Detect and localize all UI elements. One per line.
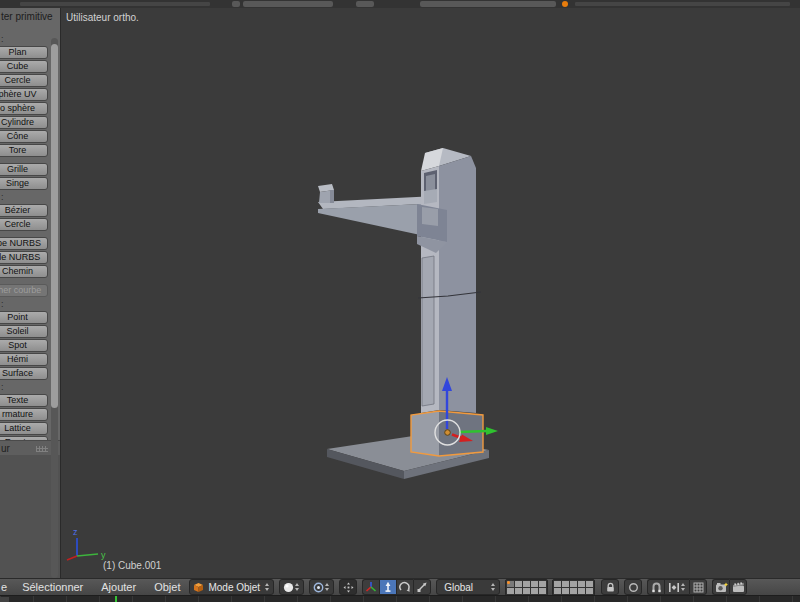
shelf-button[interactable]: Tore [0, 144, 48, 157]
scale-manipulator-button[interactable] [413, 579, 431, 595]
view-name-label: Utilisateur ortho. [66, 12, 139, 23]
shelf-button[interactable]: Plan [0, 46, 48, 59]
layer-toggle[interactable] [507, 588, 514, 594]
render-anim-icon [732, 582, 745, 593]
snap-toggle-button[interactable] [647, 579, 664, 595]
layer-toggle[interactable] [515, 588, 522, 594]
orientation-selector[interactable]: Global [436, 579, 500, 595]
tool-shelf: ter primitive :PlanCubeCerclephère UVo s… [0, 8, 61, 578]
lock-to-scene-button[interactable] [601, 579, 619, 595]
3d-viewport[interactable]: Utilisateur ortho. (1) Cube.001 [61, 8, 800, 578]
clipped-small-buttons[interactable] [356, 1, 374, 7]
layer-toggle[interactable] [523, 588, 530, 594]
shelf-scrollbar-thumb[interactable] [51, 44, 58, 408]
translate-manipulator-button[interactable] [379, 579, 396, 595]
shelf-button[interactable]: Texte [0, 394, 48, 407]
shelf-button[interactable]: Cercle [0, 74, 48, 87]
render-anim-button[interactable] [729, 579, 747, 595]
manipulator-toggle[interactable] [362, 579, 379, 595]
shelf-button[interactable]: Soleil [0, 325, 48, 338]
snap-group [647, 579, 707, 595]
opengl-render-group [712, 579, 747, 595]
menu-vue-clipped[interactable]: e [0, 581, 13, 593]
layer-grid-right [552, 579, 595, 596]
shelf-button[interactable]: Cône [0, 130, 48, 143]
layer-toggle[interactable] [578, 581, 585, 587]
layer-toggle[interactable] [539, 581, 546, 587]
layer-grid-left [505, 579, 548, 596]
panel-grip-icon[interactable] [36, 446, 48, 452]
shelf-button[interactable]: Point [0, 311, 48, 324]
snap-element-selector[interactable] [664, 579, 689, 595]
dropdown-chevrons-icon [264, 582, 270, 592]
axis-gizmo-icon [365, 581, 377, 593]
layer-toggle[interactable] [539, 588, 546, 594]
shelf-button[interactable]: Singe [0, 177, 48, 190]
lock-icon [605, 582, 616, 593]
mode-selector-label: Mode Objet [204, 582, 264, 593]
clipped-menu-text [20, 2, 210, 6]
layer-toggle[interactable] [586, 588, 593, 594]
shading-selector[interactable] [279, 579, 304, 595]
shelf-button[interactable]: Hémi [0, 353, 48, 366]
layer-toggle[interactable] [507, 581, 514, 587]
layer-toggle[interactable] [515, 581, 522, 587]
blender-logo-clipped [562, 1, 568, 7]
snap-target-button[interactable] [689, 579, 707, 595]
orientation-selector-label: Global [440, 582, 477, 593]
shelf-button[interactable]: Cube [0, 60, 48, 73]
layer-toggle[interactable] [570, 588, 577, 594]
shelf-button[interactable]: rmature [0, 408, 48, 421]
shelf-button[interactable]: Lattice [0, 422, 48, 435]
viewport-header: e Sélectionner Ajouter Objet Mode Objet [0, 578, 800, 595]
shelf-button[interactable]: Surface [0, 367, 48, 380]
dropdown-chevrons-icon [680, 582, 686, 592]
manipulator-center-toggle-icon [343, 582, 354, 593]
layer-toggle[interactable] [554, 588, 561, 594]
shelf-section-label: : [1, 35, 48, 44]
clipped-icon-button[interactable] [232, 1, 240, 7]
timeline-clipped[interactable] [0, 595, 800, 602]
proportional-edit-icon [628, 582, 639, 593]
layer-toggle[interactable] [531, 588, 538, 594]
shelf-button[interactable]: Chemin [0, 265, 48, 278]
layer-toggle[interactable] [554, 581, 561, 587]
stats-text-clipped [575, 2, 790, 6]
shelf-button[interactable]: Cercle [0, 218, 48, 231]
proportional-edit-button[interactable] [624, 579, 642, 595]
renderer-selector-clipped[interactable] [420, 1, 556, 7]
current-frame-marker[interactable] [115, 596, 117, 602]
timeline-corner-box [0, 597, 9, 602]
layer-toggle[interactable] [523, 581, 530, 587]
layer-toggle[interactable] [586, 581, 593, 587]
pivot-selector[interactable] [309, 579, 334, 595]
menu-select[interactable]: Sélectionner [13, 581, 92, 593]
layer-toggle[interactable] [578, 588, 585, 594]
layer-toggle[interactable] [570, 581, 577, 587]
menu-object[interactable]: Objet [145, 581, 189, 593]
layer-toggle[interactable] [562, 588, 569, 594]
layer-selector [505, 579, 595, 596]
snap-target-icon [693, 582, 704, 593]
render-still-icon [715, 582, 728, 593]
menu-add[interactable]: Ajouter [92, 581, 145, 593]
scene-selector-clipped[interactable] [243, 1, 333, 7]
mode-cube-icon [193, 582, 204, 593]
layer-toggle[interactable] [531, 581, 538, 587]
rotate-icon [399, 581, 411, 593]
mode-selector[interactable]: Mode Objet [189, 579, 274, 595]
shelf-scrollbar[interactable] [51, 38, 58, 578]
shelf-button[interactable]: o sphère [0, 102, 48, 115]
shelf-button[interactable]: phère UV [0, 88, 48, 101]
manipulator-center-toggle[interactable] [339, 579, 357, 595]
shelf-button[interactable]: rbe NURBS [0, 237, 48, 250]
shelf-button[interactable]: Cylindre [0, 116, 48, 129]
rotate-manipulator-button[interactable] [396, 579, 413, 595]
shelf-button[interactable]: Bézier [0, 204, 48, 217]
snap-increment-icon [668, 582, 680, 593]
shelf-button[interactable]: Spot [0, 339, 48, 352]
layer-toggle[interactable] [562, 581, 569, 587]
render-still-button[interactable] [712, 579, 729, 595]
shelf-button[interactable]: cle NURBS [0, 251, 48, 264]
shelf-button[interactable]: Grille [0, 163, 48, 176]
